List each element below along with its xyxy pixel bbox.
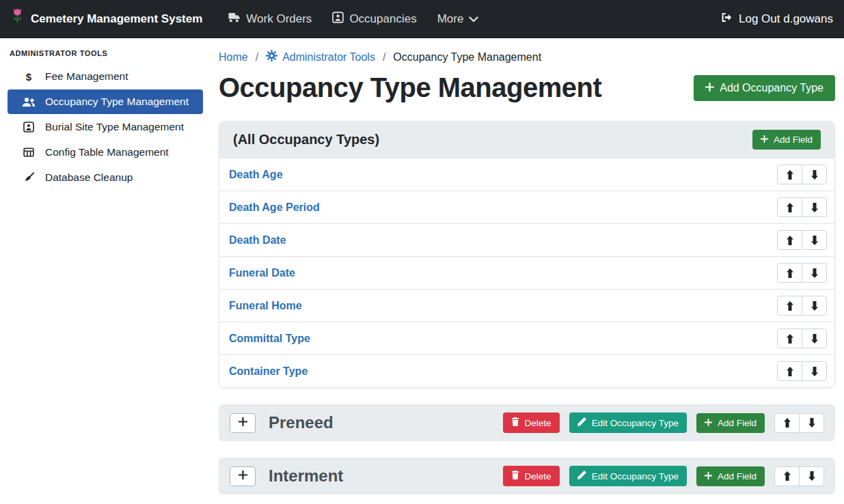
- field-link-death-age[interactable]: Death Age: [229, 169, 283, 181]
- plus-icon: [705, 82, 714, 94]
- move-up-button[interactable]: [774, 413, 800, 433]
- section-actions: Delete Edit Occupancy Type Add Field: [503, 412, 824, 433]
- breadcrumb-current: Occupancy Type Management: [393, 51, 541, 64]
- sidebar-item-database-cleanup[interactable]: Database Cleanup: [8, 165, 203, 190]
- move-up-button[interactable]: [777, 361, 802, 381]
- occupancy-type-section-interment: Interment Delete Edit Occupancy Type: [219, 458, 835, 494]
- top-navbar: Cemetery Management System Work Orders O…: [0, 0, 844, 38]
- tulip-logo-icon: [11, 8, 24, 31]
- breadcrumb-separator: /: [383, 51, 385, 64]
- move-down-button[interactable]: [799, 466, 824, 486]
- add-field-button[interactable]: Add Field: [696, 466, 765, 486]
- field-row: Death Date: [219, 223, 834, 256]
- move-down-button[interactable]: [799, 413, 824, 433]
- truck-icon: [227, 12, 241, 26]
- expand-button[interactable]: [230, 413, 256, 433]
- add-field-button[interactable]: Add Field: [696, 413, 765, 433]
- brand: Cemetery Management System: [11, 8, 202, 31]
- navbar-menu: Work Orders Occupancies More: [227, 12, 478, 27]
- field-row: Committal Type: [219, 322, 834, 354]
- move-up-button[interactable]: [777, 328, 802, 348]
- move-down-button[interactable]: [802, 296, 827, 316]
- nav-occupancies[interactable]: Occupancies: [332, 12, 416, 27]
- field-link-funeral-date[interactable]: Funeral Date: [229, 267, 295, 279]
- move-up-button[interactable]: [777, 230, 802, 250]
- move-down-button[interactable]: [802, 230, 827, 250]
- pencil-icon: [577, 417, 586, 428]
- field-row: Container Type: [219, 354, 834, 387]
- field-row: Death Age Period: [219, 191, 834, 223]
- users-icon: [21, 97, 36, 107]
- field-link-committal-type[interactable]: Committal Type: [229, 333, 310, 345]
- plus-icon: [761, 135, 768, 145]
- breadcrumb: Home /: [219, 50, 835, 64]
- nav-work-orders[interactable]: Work Orders: [227, 12, 312, 26]
- field-link-death-age-period[interactable]: Death Age Period: [229, 201, 320, 214]
- occupancy-type-name: Preneed: [269, 413, 333, 432]
- section-actions: Delete Edit Occupancy Type Add Field: [503, 466, 824, 486]
- reorder-controls: [774, 413, 824, 433]
- add-field-button[interactable]: Add Field: [752, 130, 821, 150]
- field-link-death-date[interactable]: Death Date: [229, 234, 286, 247]
- pencil-icon: [577, 471, 586, 481]
- sidebar-heading: ADMINISTRATOR TOOLS: [0, 41, 210, 64]
- card-title: (All Occupancy Types): [233, 132, 379, 148]
- occupancy-type-section-preneed: Preneed Delete Edit Occupancy Type: [219, 404, 835, 441]
- reorder-controls: [777, 361, 827, 381]
- reorder-controls: [777, 197, 827, 217]
- occupancy-type-name: Interment: [269, 466, 343, 486]
- page-title: Occupancy Type Management: [219, 72, 601, 103]
- breadcrumb-administrator-tools[interactable]: Administrator Tools: [266, 50, 375, 64]
- occupancy-person-frame-icon: [332, 12, 344, 27]
- move-down-button[interactable]: [802, 263, 827, 283]
- reorder-controls: [777, 165, 827, 184]
- sidebar-item-config-table-management[interactable]: Config Table Management: [8, 140, 203, 165]
- delete-button[interactable]: Delete: [503, 466, 560, 486]
- table-icon: [21, 147, 36, 158]
- edit-occupancy-type-button[interactable]: Edit Occupancy Type: [569, 412, 687, 433]
- sidebar-item-burial-site-type-management[interactable]: Burial Site Type Management: [8, 115, 203, 139]
- chevron-down-icon: [469, 12, 478, 26]
- reorder-controls: [774, 466, 824, 486]
- broom-icon: [21, 172, 36, 183]
- plus-icon: [239, 417, 247, 428]
- move-up-button[interactable]: [777, 296, 802, 316]
- card-header: (All Occupancy Types) Add Field: [219, 122, 834, 158]
- plus-icon: [705, 471, 712, 481]
- move-down-button[interactable]: [802, 328, 827, 348]
- move-up-button[interactable]: [777, 165, 802, 184]
- reorder-controls: [777, 263, 827, 283]
- dollar-icon: $: [21, 72, 36, 82]
- nav-more[interactable]: More: [437, 12, 479, 26]
- field-link-container-type[interactable]: Container Type: [229, 365, 308, 378]
- delete-button[interactable]: Delete: [503, 412, 560, 433]
- plus-icon: [705, 418, 712, 428]
- reorder-controls: [777, 296, 827, 316]
- expand-button[interactable]: [230, 466, 256, 486]
- sidebar: ADMINISTRATOR TOOLS $ Fee Management Occ…: [0, 38, 210, 504]
- reorder-controls: [777, 328, 827, 348]
- trash-icon: [511, 471, 519, 481]
- plus-icon: [239, 471, 247, 481]
- move-up-button[interactable]: [774, 466, 800, 486]
- main-content: Home /: [210, 38, 844, 504]
- field-row: Funeral Date: [219, 256, 834, 289]
- edit-occupancy-type-button[interactable]: Edit Occupancy Type: [569, 466, 687, 486]
- add-occupancy-type-button[interactable]: Add Occupancy Type: [694, 75, 835, 101]
- move-up-button[interactable]: [777, 197, 802, 217]
- trash-icon: [511, 417, 519, 428]
- sidebar-item-occupancy-type-management[interactable]: Occupancy Type Management: [8, 89, 203, 114]
- gear-icon: [266, 50, 277, 64]
- person-frame-icon: [21, 122, 36, 132]
- all-occupancy-types-card: (All Occupancy Types) Add Field Death Ag…: [219, 121, 835, 388]
- sidebar-item-fee-management[interactable]: $ Fee Management: [8, 64, 203, 89]
- logout-link[interactable]: Log Out d.gowans: [720, 12, 833, 27]
- move-down-button[interactable]: [802, 361, 827, 381]
- move-down-button[interactable]: [802, 165, 827, 184]
- field-row: Funeral Home: [219, 289, 834, 322]
- field-link-funeral-home[interactable]: Funeral Home: [229, 300, 302, 312]
- field-row: Death Age: [219, 158, 834, 191]
- move-down-button[interactable]: [802, 197, 827, 217]
- breadcrumb-home[interactable]: Home: [219, 51, 248, 64]
- move-up-button[interactable]: [777, 263, 802, 283]
